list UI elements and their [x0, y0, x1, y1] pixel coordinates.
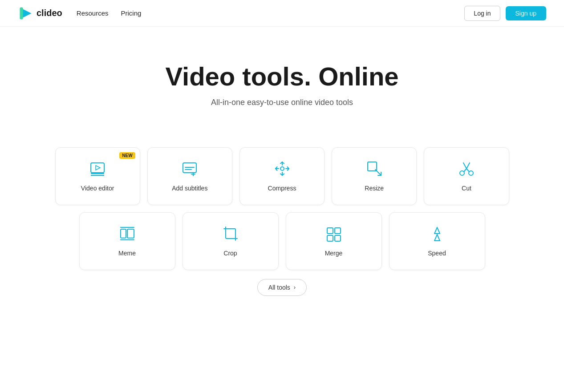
- hero-title: Video tools. Online: [9, 62, 555, 91]
- svg-rect-34: [121, 229, 126, 238]
- add-subtitles-icon: [182, 161, 198, 178]
- all-tools-section: All tools ›: [55, 279, 509, 296]
- resize-label: Resize: [365, 185, 384, 192]
- svg-line-31: [467, 169, 469, 172]
- add-subtitles-label: Add subtitles: [172, 185, 207, 192]
- signup-button[interactable]: Sign up: [506, 6, 546, 20]
- all-tools-chevron-icon: ›: [294, 284, 296, 291]
- nav-link-pricing[interactable]: Pricing: [121, 9, 142, 17]
- compress-icon: [274, 161, 290, 178]
- svg-line-25: [375, 170, 381, 175]
- tools-row-2: Meme Crop: [55, 212, 509, 270]
- tool-card-video-editor[interactable]: NEW Video editor: [55, 147, 140, 205]
- logo-text: clideo: [37, 8, 62, 18]
- logo[interactable]: clideo: [18, 5, 62, 21]
- speed-label: Speed: [428, 250, 446, 257]
- nav-actions: Log in Sign up: [464, 6, 546, 21]
- tool-card-compress[interactable]: Compress: [239, 147, 325, 205]
- nav-links: Resources Pricing: [77, 9, 465, 17]
- svg-marker-48: [434, 234, 440, 241]
- tool-card-resize[interactable]: Resize: [332, 147, 417, 205]
- compress-label: Compress: [268, 185, 296, 192]
- video-editor-label: Video editor: [81, 185, 114, 192]
- svg-rect-2: [91, 163, 104, 173]
- login-button[interactable]: Log in: [464, 6, 500, 21]
- svg-rect-1: [20, 7, 23, 19]
- cut-label: Cut: [462, 185, 471, 192]
- logo-icon: [18, 5, 34, 21]
- meme-icon: [119, 226, 135, 243]
- svg-rect-46: [335, 235, 341, 241]
- tool-card-crop[interactable]: Crop: [183, 212, 279, 270]
- meme-label: Meme: [118, 250, 136, 257]
- tool-card-speed[interactable]: Speed: [389, 212, 485, 270]
- svg-rect-45: [327, 235, 333, 241]
- svg-line-32: [463, 163, 467, 169]
- svg-rect-38: [226, 229, 235, 238]
- speed-icon: [429, 226, 445, 243]
- svg-line-33: [467, 163, 470, 169]
- tool-card-cut[interactable]: Cut: [424, 147, 509, 205]
- svg-marker-3: [96, 166, 100, 170]
- tool-card-meme[interactable]: Meme: [79, 212, 175, 270]
- navbar: clideo Resources Pricing Log in Sign up: [0, 0, 564, 27]
- all-tools-button[interactable]: All tools ›: [257, 279, 307, 296]
- svg-rect-43: [327, 228, 333, 234]
- svg-line-30: [464, 169, 467, 172]
- cut-icon: [459, 161, 475, 178]
- tool-card-add-subtitles[interactable]: Add subtitles: [147, 147, 232, 205]
- merge-label: Merge: [325, 250, 343, 257]
- all-tools-label: All tools: [268, 284, 290, 291]
- hero-section: Video tools. Online All-in-one easy-to-u…: [0, 27, 564, 147]
- crop-label: Crop: [223, 250, 237, 257]
- tools-section: NEW Video editor: [37, 147, 527, 323]
- crop-icon: [223, 226, 239, 243]
- merge-icon: [326, 226, 342, 243]
- new-badge: NEW: [119, 152, 135, 159]
- nav-link-resources[interactable]: Resources: [77, 9, 109, 17]
- hero-subtitle: All-in-one easy-to-use online video tool…: [9, 98, 555, 107]
- svg-point-23: [280, 167, 284, 170]
- tools-row-1: NEW Video editor: [55, 147, 509, 205]
- svg-marker-0: [22, 8, 32, 18]
- tool-card-merge[interactable]: Merge: [286, 212, 382, 270]
- svg-marker-47: [434, 227, 440, 234]
- svg-rect-35: [127, 229, 134, 238]
- svg-rect-44: [335, 228, 341, 234]
- resize-icon: [366, 161, 382, 178]
- video-editor-icon: [89, 161, 105, 178]
